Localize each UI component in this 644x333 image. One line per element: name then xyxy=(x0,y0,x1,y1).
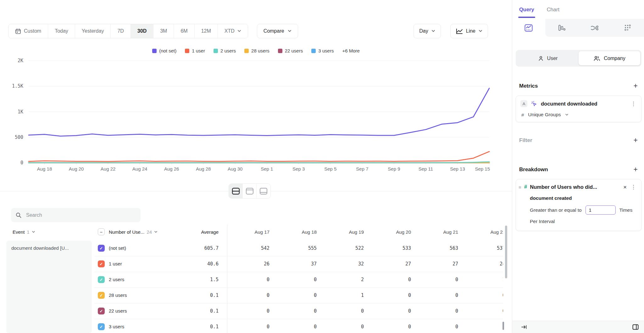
bar-chart-tab[interactable] xyxy=(545,19,578,37)
event-list-item[interactable]: document downloaded [U... xyxy=(6,241,92,333)
legend-item[interactable]: 3 users xyxy=(311,48,334,53)
range-label: 3M xyxy=(160,28,167,34)
interval-label[interactable]: Per Interval xyxy=(530,219,637,224)
legend-item[interactable]: 1 user xyxy=(185,48,205,53)
compare-label: Compare xyxy=(264,28,284,34)
entity-user-label: User xyxy=(547,56,558,61)
legend-swatch xyxy=(214,49,218,53)
legend-label: 22 users xyxy=(285,48,303,53)
series-checkbox[interactable]: ✓ xyxy=(98,323,105,330)
cell-value: 0 xyxy=(318,324,364,330)
condition-suffix: Times xyxy=(619,207,633,213)
table-clip-cover xyxy=(503,224,512,333)
panel-layout-icon[interactable] xyxy=(632,324,639,330)
compare-button[interactable]: Compare xyxy=(257,24,298,38)
legend-item[interactable]: 22 users xyxy=(278,48,303,53)
average-column-header[interactable]: Average xyxy=(175,229,219,235)
entity-option-user[interactable]: User xyxy=(517,51,579,65)
column-header-aug-18[interactable]: Aug 18 xyxy=(271,229,317,235)
scrollbar-thumb-small[interactable] xyxy=(502,322,504,330)
series-checkbox[interactable]: ✓ xyxy=(98,276,105,283)
tab-chart[interactable]: Chart xyxy=(547,0,559,19)
range-7d[interactable]: 7D xyxy=(111,24,130,38)
layout-split-view-button[interactable] xyxy=(229,184,243,198)
legend-more[interactable]: +6 More xyxy=(342,48,359,53)
cell-value: 0 xyxy=(413,277,458,282)
range-label: 7D xyxy=(117,28,124,34)
column-header-aug-17[interactable]: Aug 17 xyxy=(224,229,269,235)
svg-text:Sep 7: Sep 7 xyxy=(356,166,368,172)
metric-kebab-menu[interactable]: ⋮ xyxy=(630,101,637,106)
series-checkbox[interactable]: ✓ xyxy=(98,260,105,267)
legend-item[interactable]: (not set) xyxy=(152,48,176,53)
chart-type-dropdown[interactable]: Line xyxy=(450,24,488,38)
select-all-checkbox[interactable]: − xyxy=(98,228,105,235)
collapse-panel-icon[interactable] xyxy=(521,325,527,330)
metric-event-name[interactable]: document downloaded xyxy=(541,101,627,107)
series-checkbox[interactable]: ✓ xyxy=(98,292,105,299)
drag-handle-icon[interactable]: ≡ xyxy=(519,184,521,190)
scatter-chart-tab[interactable] xyxy=(611,19,644,37)
interval-label: Day xyxy=(419,28,428,34)
breakdown-title[interactable]: Number of Users who did... xyxy=(530,184,620,190)
indeterminate-icon: − xyxy=(100,229,103,235)
svg-text:2K: 2K xyxy=(18,58,23,63)
series-checkbox[interactable]: ✓ xyxy=(98,245,105,252)
measure-selector[interactable]: # Unique Groups xyxy=(521,112,637,117)
series-column-header[interactable]: Number of Use... 24 xyxy=(109,229,158,235)
event-column-header[interactable]: Event 1 xyxy=(13,229,35,235)
add-filter-button[interactable]: + xyxy=(634,137,638,144)
range-12m[interactable]: 12M xyxy=(195,24,218,38)
layout-toggle-group xyxy=(229,183,271,199)
legend-swatch xyxy=(185,49,189,53)
svg-text:Sep 3: Sep 3 xyxy=(292,166,305,172)
line-chart-tab[interactable] xyxy=(512,19,545,37)
interval-dropdown[interactable]: Day xyxy=(414,24,441,38)
range-today[interactable]: Today xyxy=(48,24,75,38)
filter-heading: Filter xyxy=(519,137,532,144)
analytics-app: CustomTodayYesterday7D30D3M6M12MXTD Comp… xyxy=(0,0,644,333)
cell-value: 27 xyxy=(365,261,411,267)
breakdown-card: ≡ # Number of Users who did... × ⋮ docum… xyxy=(516,179,641,231)
range-custom[interactable]: Custom xyxy=(8,24,48,38)
cell-value: 0 xyxy=(271,277,317,282)
add-metric-button[interactable]: + xyxy=(634,82,638,90)
line-chart-icon xyxy=(456,28,463,34)
range-3m[interactable]: 3M xyxy=(153,24,174,38)
range-xtd[interactable]: XTD xyxy=(218,24,248,38)
cell-value: 563 xyxy=(413,245,458,251)
svg-text:Sep 5: Sep 5 xyxy=(324,166,336,172)
range-yesterday[interactable]: Yesterday xyxy=(75,24,111,38)
legend-item[interactable]: 28 users xyxy=(244,48,269,53)
column-header-aug-19[interactable]: Aug 19 xyxy=(318,229,364,235)
cell-value: 0 xyxy=(224,324,269,330)
add-breakdown-button[interactable]: + xyxy=(634,166,638,173)
column-header-aug-20[interactable]: Aug 20 xyxy=(365,229,411,235)
remove-breakdown-button[interactable]: × xyxy=(623,184,627,190)
series-checkbox[interactable]: ✓ xyxy=(98,308,105,314)
breakdown-kebab-menu[interactable]: ⋮ xyxy=(630,184,637,190)
table-scrollbar[interactable] xyxy=(505,226,507,278)
range-30d[interactable]: 30D xyxy=(131,24,153,38)
tab-query[interactable]: Query xyxy=(519,0,534,19)
search-input[interactable] xyxy=(25,212,136,218)
cell-value: 0 xyxy=(413,324,458,330)
layout-table-only-button[interactable] xyxy=(257,184,270,198)
cell-value: 537 xyxy=(460,245,505,251)
breakdown-event-name[interactable]: document created xyxy=(530,195,637,201)
metrics-heading: Metrics xyxy=(519,83,538,89)
cell-value: 522 xyxy=(318,245,364,251)
layout-chart-only-button[interactable] xyxy=(243,184,257,198)
series-label: 28 users xyxy=(109,292,127,298)
range-6m[interactable]: 6M xyxy=(174,24,194,38)
cell-value: 0 xyxy=(365,292,411,298)
column-header-aug-22[interactable]: Aug 22 xyxy=(460,229,505,235)
entity-option-company[interactable]: Company xyxy=(579,51,640,65)
table-row: ✓(not set)605.7542555522533563537 xyxy=(94,241,512,256)
column-header-aug-21[interactable]: Aug 21 xyxy=(413,229,458,235)
legend-item[interactable]: 2 users xyxy=(214,48,236,53)
chevron-down-icon xyxy=(565,114,569,116)
svg-text:Sep 1: Sep 1 xyxy=(261,166,273,172)
flow-chart-tab[interactable] xyxy=(578,19,611,37)
condition-value-input[interactable] xyxy=(586,205,616,215)
